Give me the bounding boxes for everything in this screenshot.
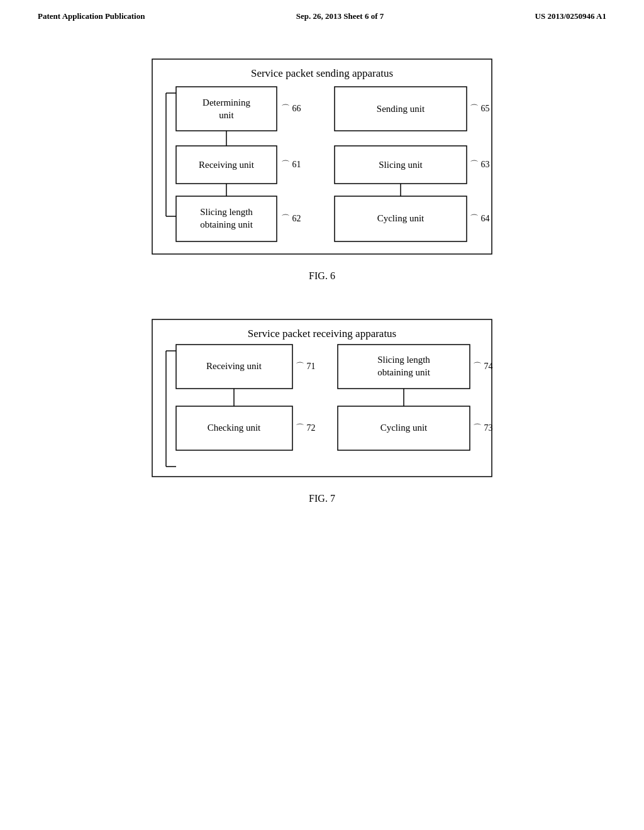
svg-rect-21 bbox=[176, 196, 277, 241]
svg-text:Cycling unit: Cycling unit bbox=[380, 423, 428, 433]
fig7-diagram: Service packet receiving apparatus Recei… bbox=[133, 313, 511, 504]
svg-rect-36 bbox=[338, 345, 470, 389]
svg-text:Slicing length: Slicing length bbox=[200, 207, 253, 217]
header-left-text: Patent Application Publication bbox=[38, 11, 145, 21]
svg-text:⌒ 72: ⌒ 72 bbox=[296, 423, 316, 433]
svg-text:⌒ 63: ⌒ 63 bbox=[470, 160, 490, 169]
fig6-svg: Service packet sending apparatus Determi… bbox=[133, 53, 511, 267]
fig7-svg: Service packet receiving apparatus Recei… bbox=[133, 313, 511, 489]
svg-text:Slicing length: Slicing length bbox=[377, 355, 430, 365]
fig6-section: Service packet sending apparatus Determi… bbox=[133, 53, 511, 282]
svg-text:Sending unit: Sending unit bbox=[377, 104, 425, 114]
svg-text:unit: unit bbox=[219, 110, 234, 120]
fig6-diagram: Service packet sending apparatus Determi… bbox=[133, 53, 511, 282]
svg-rect-28 bbox=[152, 319, 492, 477]
fig7-label: FIG. 7 bbox=[309, 493, 335, 504]
svg-text:Service packet sending apparat: Service packet sending apparatus bbox=[251, 67, 393, 79]
svg-text:Determining: Determining bbox=[203, 97, 250, 108]
svg-text:Receiving unit: Receiving unit bbox=[206, 361, 262, 371]
header-right-text: US 2013/0250946 A1 bbox=[535, 11, 606, 21]
svg-text:Receiving unit: Receiving unit bbox=[199, 160, 255, 170]
header-center-text: Sep. 26, 2013 Sheet 6 of 7 bbox=[296, 11, 384, 21]
svg-text:⌒ 66: ⌒ 66 bbox=[281, 104, 301, 113]
svg-text:⌒ 61: ⌒ 61 bbox=[281, 160, 301, 169]
svg-text:Slicing unit: Slicing unit bbox=[379, 160, 423, 170]
page-content: Service packet sending apparatus Determi… bbox=[0, 28, 644, 529]
page-header: Patent Application Publication Sep. 26, … bbox=[0, 0, 644, 28]
svg-text:⌒ 74: ⌒ 74 bbox=[473, 362, 493, 371]
svg-text:⌒ 65: ⌒ 65 bbox=[470, 104, 490, 113]
svg-text:Service packet receiving appar: Service packet receiving apparatus bbox=[248, 328, 396, 340]
svg-text:Checking unit: Checking unit bbox=[208, 423, 261, 433]
svg-text:⌒ 62: ⌒ 62 bbox=[281, 214, 301, 223]
svg-text:⌒ 73: ⌒ 73 bbox=[473, 423, 493, 433]
svg-text:⌒ 64: ⌒ 64 bbox=[470, 214, 490, 223]
svg-text:Cycling unit: Cycling unit bbox=[377, 213, 425, 223]
svg-rect-5 bbox=[176, 87, 277, 131]
svg-text:⌒ 71: ⌒ 71 bbox=[296, 362, 316, 371]
fig7-section: Service packet receiving apparatus Recei… bbox=[133, 313, 511, 504]
svg-text:obtaining unit: obtaining unit bbox=[200, 219, 253, 230]
svg-text:obtaining unit: obtaining unit bbox=[377, 367, 431, 377]
fig6-label: FIG. 6 bbox=[309, 270, 335, 282]
